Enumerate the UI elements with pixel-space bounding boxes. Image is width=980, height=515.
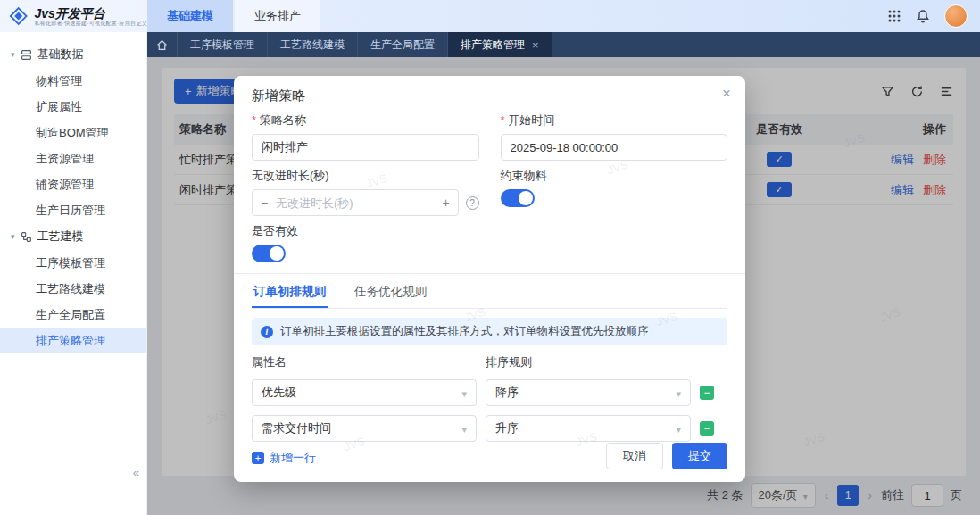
- sidebar-item-process-route[interactable]: 工艺路线建模: [0, 276, 146, 302]
- logo-icon: [9, 6, 28, 26]
- user-avatar[interactable]: [944, 4, 968, 28]
- sort-rule-header: 排序规则: [486, 354, 691, 370]
- modeling-icon: [21, 231, 32, 243]
- tab-business-scheduling[interactable]: 业务排产: [235, 0, 320, 32]
- plus-icon: +: [252, 452, 264, 464]
- module-tabs: 基础建模 业务排产: [147, 0, 322, 32]
- sidebar-item-material-management[interactable]: 物料管理: [0, 68, 146, 94]
- duration-number-input[interactable]: − +: [252, 189, 459, 216]
- close-tab-icon[interactable]: ×: [532, 38, 539, 52]
- increment-button[interactable]: +: [435, 195, 458, 210]
- chevron-down-icon: [11, 51, 15, 59]
- home-tab[interactable]: [147, 32, 178, 57]
- attr-select[interactable]: 需求交付时间: [252, 415, 477, 442]
- constraint-material-toggle[interactable]: [501, 189, 535, 207]
- home-icon: [156, 39, 168, 51]
- no-improve-duration-label: 无改进时长(秒): [252, 168, 479, 184]
- sidebar-group-basic-data[interactable]: 基础数据: [0, 41, 146, 68]
- app-title: Jvs开发平台: [34, 6, 147, 21]
- tab-basic-modeling[interactable]: 基础建模: [147, 0, 233, 32]
- attr-select[interactable]: 优先级: [252, 379, 477, 406]
- database-icon: [21, 49, 32, 61]
- chevron-down-icon: [676, 423, 681, 435]
- dialog-title: 新增策略: [252, 87, 305, 103]
- sidebar-group-label: 工艺建模: [37, 228, 84, 245]
- sidebar-item-global-config[interactable]: 生产全局配置: [0, 302, 146, 328]
- sidebar-item-extended-attributes[interactable]: 扩展属性: [0, 94, 146, 120]
- chevron-down-icon: [461, 423, 467, 435]
- sidebar-collapse-button[interactable]: «: [133, 466, 139, 479]
- document-tabbar: 工序模板管理 工艺路线建模 生产全局配置 排产策略管理 ×: [147, 32, 980, 57]
- app-logo[interactable]: Jvs开发平台 私有化部署·快速搭建·可视化配置·应用自定义: [0, 0, 147, 32]
- doc-tab-global-config[interactable]: 生产全局配置: [358, 32, 448, 57]
- doc-tab-scheduling-strategy[interactable]: 排产策略管理 ×: [448, 32, 552, 57]
- duration-field[interactable]: [276, 196, 435, 210]
- sort-select[interactable]: 降序: [486, 379, 691, 406]
- sidebar-item-scheduling-strategy[interactable]: 排产策略管理: [0, 328, 146, 353]
- info-text: 订单初排主要根据设置的属性及其排序方式，对订单物料设置优先投放顺序: [280, 324, 649, 339]
- sort-select[interactable]: 升序: [486, 415, 691, 442]
- strategy-name-label: 策略名称: [252, 112, 479, 129]
- app-subtitle: 私有化部署·快速搭建·可视化配置·应用自定义: [34, 21, 147, 27]
- chevron-down-icon: [461, 387, 467, 399]
- start-time-input[interactable]: [501, 134, 728, 161]
- start-time-label: 开始时间: [501, 112, 728, 129]
- constraint-material-label: 约束物料: [501, 168, 728, 184]
- close-icon[interactable]: ×: [722, 86, 731, 101]
- submit-button[interactable]: 提交: [672, 443, 727, 469]
- tab-task-optimization-rules[interactable]: 任务优化规则: [353, 276, 428, 308]
- sidebar-item-production-calendar[interactable]: 生产日历管理: [0, 197, 146, 223]
- sidebar-item-process-template[interactable]: 工序模板管理: [0, 250, 146, 276]
- doc-tab-process-route[interactable]: 工艺路线建模: [268, 32, 358, 57]
- chevron-down-icon: [11, 233, 15, 241]
- sidebar-item-aux-resource[interactable]: 辅资源管理: [0, 171, 146, 197]
- add-strategy-dialog: 新增策略 × 策略名称 开始时间 无改进时长(秒) − +: [234, 76, 745, 482]
- is-valid-toggle[interactable]: [252, 245, 286, 262]
- apps-grid-icon[interactable]: [887, 9, 901, 23]
- sidebar-item-main-resource[interactable]: 主资源管理: [0, 145, 146, 171]
- divider: [234, 273, 745, 274]
- info-banner: 订单初排主要根据设置的属性及其排序方式，对订单物料设置优先投放顺序: [252, 318, 727, 345]
- remove-row-button[interactable]: −: [700, 421, 714, 436]
- sidebar-group-label: 基础数据: [37, 46, 84, 62]
- doc-tab-process-template[interactable]: 工序模板管理: [178, 32, 268, 57]
- rule-tabs: 订单初排规则 任务优化规则: [252, 276, 727, 309]
- cancel-button[interactable]: 取消: [606, 443, 663, 469]
- attr-name-header: 属性名: [252, 354, 477, 370]
- remove-row-button[interactable]: −: [700, 386, 714, 400]
- help-icon: ?: [466, 196, 479, 210]
- bell-icon[interactable]: [916, 9, 930, 23]
- strategy-name-input[interactable]: [252, 134, 479, 161]
- is-valid-label: 是否有效: [252, 223, 479, 239]
- info-icon: [261, 326, 273, 338]
- chevron-down-icon: [676, 387, 681, 399]
- app-header: Jvs开发平台 私有化部署·快速搭建·可视化配置·应用自定义 基础建模 业务排产: [0, 0, 980, 32]
- sidebar: 基础数据 物料管理 扩展属性 制造BOM管理 主资源管理 辅资源管理 生产日历管…: [0, 32, 147, 515]
- sidebar-group-process-modeling[interactable]: 工艺建模: [0, 223, 146, 250]
- tab-order-initial-rules[interactable]: 订单初排规则: [252, 276, 328, 308]
- sidebar-item-manufacturing-bom[interactable]: 制造BOM管理: [0, 120, 146, 145]
- decrement-button[interactable]: −: [253, 195, 276, 210]
